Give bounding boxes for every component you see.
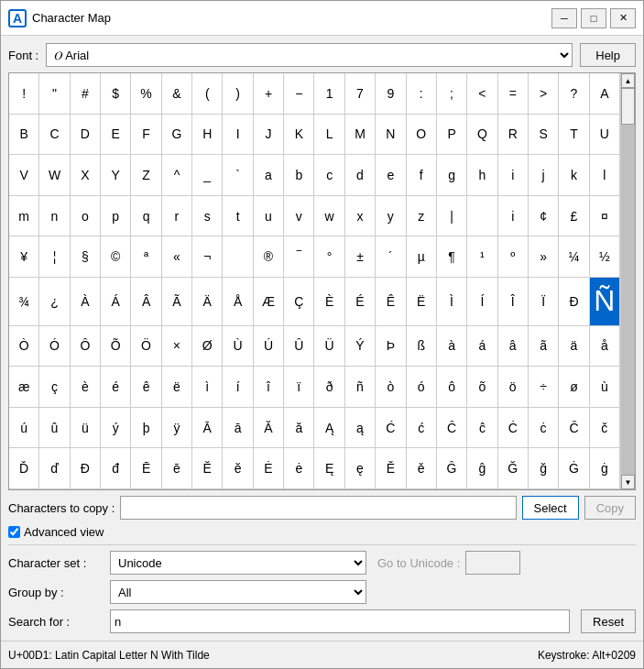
scrollbar-thumb[interactable]	[621, 88, 635, 125]
char-cell[interactable]: ĕ	[223, 448, 253, 489]
char-cell[interactable]: ă	[284, 408, 314, 449]
char-cell[interactable]: â	[498, 326, 529, 367]
char-cell[interactable]: ¿	[39, 278, 70, 326]
char-cell[interactable]: ñ	[345, 367, 376, 408]
char-cell[interactable]: °	[314, 236, 344, 278]
char-cell[interactable]: Ü	[314, 326, 344, 367]
char-cell[interactable]: æ	[9, 367, 39, 408]
char-cell[interactable]: n	[39, 196, 70, 237]
char-cell[interactable]: È	[314, 278, 344, 326]
char-cell[interactable]: #	[71, 73, 101, 115]
search-input[interactable]	[110, 609, 570, 633]
char-cell[interactable]: W	[39, 155, 70, 196]
char-cell[interactable]: Ė	[254, 448, 284, 489]
char-cell[interactable]: ó	[407, 367, 437, 408]
char-cell[interactable]: d	[345, 155, 376, 196]
char-cell[interactable]: b	[284, 155, 314, 196]
char-cell[interactable]: k	[559, 155, 589, 196]
char-cell[interactable]: ò	[376, 367, 406, 408]
char-cell[interactable]: §	[71, 236, 101, 278]
char-cell[interactable]: º	[498, 236, 529, 278]
char-cell[interactable]: ğ	[529, 448, 559, 489]
char-cell[interactable]: Ä	[192, 278, 223, 326]
char-cell[interactable]: ø	[559, 367, 589, 408]
char-cell[interactable]: ĝ	[467, 448, 497, 489]
char-cell[interactable]: t	[223, 196, 253, 237]
char-cell[interactable]: Đ	[71, 448, 101, 489]
char-cell[interactable]: Ô	[71, 326, 101, 367]
char-cell[interactable]: Ò	[9, 326, 39, 367]
char-cell[interactable]: ¼	[559, 236, 589, 278]
char-cell[interactable]: u	[254, 196, 284, 237]
char-cell[interactable]: õ	[467, 367, 497, 408]
char-cell[interactable]: ¢	[529, 196, 559, 237]
char-cell[interactable]: ą	[345, 408, 376, 449]
groupby-select[interactable]: All Unicode Subrange Unicode Block	[110, 580, 366, 604]
char-cell[interactable]: Ú	[254, 326, 284, 367]
reset-button[interactable]: Reset	[581, 609, 636, 633]
char-cell[interactable]: Ě	[376, 448, 406, 489]
char-cell[interactable]: G	[162, 115, 192, 156]
char-cell[interactable]	[467, 196, 497, 237]
char-cell[interactable]: z	[407, 196, 437, 237]
char-cell[interactable]: ´	[376, 236, 406, 278]
char-cell[interactable]: a	[254, 155, 284, 196]
char-cell[interactable]: −	[284, 73, 314, 115]
char-cell[interactable]: Ð	[559, 278, 589, 326]
char-cell[interactable]: Í	[467, 278, 497, 326]
char-cell[interactable]: M	[345, 115, 376, 156]
char-cell[interactable]: ÿ	[162, 408, 192, 449]
char-cell[interactable]: Ç	[284, 278, 314, 326]
font-select[interactable]: 𝑂 Arial	[46, 43, 573, 67]
char-cell[interactable]: 1	[314, 73, 344, 115]
char-cell[interactable]: ā	[223, 408, 253, 449]
char-cell[interactable]: o	[71, 196, 101, 237]
char-cell[interactable]: û	[39, 408, 70, 449]
char-cell[interactable]: ¶	[437, 236, 467, 278]
char-cell[interactable]: p	[101, 196, 131, 237]
char-cell[interactable]: Î	[498, 278, 529, 326]
charset-select[interactable]: Unicode Windows: Western DOS: Latin US I…	[110, 551, 366, 575]
char-cell[interactable]: i	[498, 196, 529, 237]
char-cell[interactable]: Ñ	[590, 278, 620, 326]
char-cell[interactable]: ě	[407, 448, 437, 489]
char-cell[interactable]: g	[437, 155, 467, 196]
char-cell[interactable]: P	[437, 115, 467, 156]
char-cell[interactable]: i	[498, 155, 529, 196]
char-cell[interactable]: %	[131, 73, 161, 115]
help-button[interactable]: Help	[580, 43, 636, 67]
char-cell[interactable]: Ĉ	[437, 408, 467, 449]
char-cell[interactable]: $	[101, 73, 131, 115]
char-cell[interactable]: ±	[345, 236, 376, 278]
char-cell[interactable]: è	[71, 367, 101, 408]
char-cell[interactable]: )	[223, 73, 253, 115]
char-cell[interactable]: Ğ	[498, 448, 529, 489]
char-cell[interactable]: x	[345, 196, 376, 237]
char-cell[interactable]: Ê	[376, 278, 406, 326]
char-cell[interactable]: B	[9, 115, 39, 156]
char-cell[interactable]: j	[529, 155, 559, 196]
char-cell[interactable]: ü	[71, 408, 101, 449]
char-cell[interactable]: Ċ	[498, 408, 529, 449]
char-cell[interactable]: Ā	[192, 408, 223, 449]
char-cell[interactable]: Á	[101, 278, 131, 326]
char-cell[interactable]: q	[131, 196, 161, 237]
char-cell[interactable]: Ö	[131, 326, 161, 367]
char-cell[interactable]: À	[71, 278, 101, 326]
char-cell[interactable]: ê	[131, 367, 161, 408]
char-cell[interactable]: e	[376, 155, 406, 196]
close-button[interactable]: ✕	[610, 8, 636, 28]
char-cell[interactable]: s	[192, 196, 223, 237]
char-cell[interactable]: >	[529, 73, 559, 115]
char-cell[interactable]: ë	[162, 367, 192, 408]
char-cell[interactable]: w	[314, 196, 344, 237]
char-cell[interactable]: Ø	[192, 326, 223, 367]
char-cell[interactable]: ß	[407, 326, 437, 367]
char-cell[interactable]: Ġ	[559, 448, 589, 489]
char-cell[interactable]: ù	[590, 367, 620, 408]
char-cell[interactable]: þ	[131, 408, 161, 449]
char-cell[interactable]: Å	[223, 278, 253, 326]
char-cell[interactable]: T	[559, 115, 589, 156]
char-cell[interactable]: Ý	[345, 326, 376, 367]
char-cell[interactable]: á	[467, 326, 497, 367]
